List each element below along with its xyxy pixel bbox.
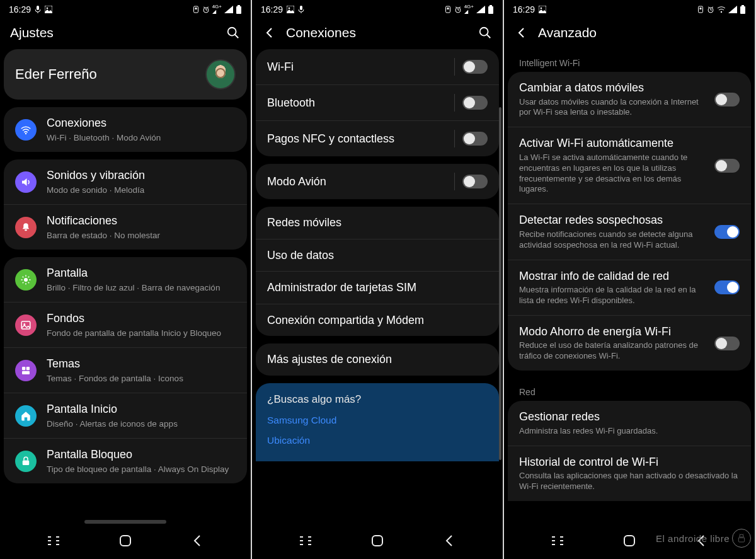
network-4g-icon: 4G+◢: [464, 4, 474, 14]
row-pantalla[interactable]: Pantalla Brillo · Filtro de luz azul · B…: [4, 257, 247, 302]
back-button[interactable]: [514, 25, 529, 40]
row-title: Mostrar info de calidad de red: [519, 269, 706, 284]
row-manage-networks[interactable]: Gestionar redes Administra las redes Wi-…: [508, 401, 751, 445]
toggle[interactable]: [714, 280, 740, 294]
svg-line-20: [28, 276, 30, 277]
nav-bar: [252, 526, 503, 559]
search-button[interactable]: [478, 25, 493, 40]
row-data-usage[interactable]: Uso de datos: [256, 239, 499, 272]
svg-line-43: [487, 35, 491, 38]
advanced-list: Intelligent Wi-Fi Cambiar a datos móvile…: [504, 49, 755, 526]
toggle-nfc[interactable]: [462, 132, 488, 146]
row-auto-wifi[interactable]: Activar Wi-Fi automáticamente La Wi-Fi s…: [508, 127, 751, 204]
dnd-icon: [444, 6, 452, 13]
dnd-icon: [697, 6, 704, 13]
row-title: Gestionar redes: [519, 410, 740, 424]
svg-point-10: [25, 132, 26, 134]
row-switch-mobile-data[interactable]: Cambiar a datos móviles Usar datos móvil…: [508, 72, 751, 127]
row-network-quality[interactable]: Mostrar info de calidad de red Muestra i…: [508, 260, 751, 315]
svg-point-8: [228, 28, 236, 36]
screen-conexiones: 16:29 4G+◢ Conexiones Wi-Fi Bluet: [252, 0, 503, 559]
row-subtitle: La Wi-Fi se activa automáticamente cuand…: [519, 153, 706, 195]
screen-avanzado: 16:29 Avanzado Intelligent Wi-Fi Cambiar…: [504, 0, 755, 559]
row-temas[interactable]: Temas Temas · Fondos de pantalla · Icono…: [4, 347, 247, 393]
nav-bar: [0, 526, 251, 559]
row-title: Temas: [47, 357, 236, 371]
nav-back[interactable]: [692, 532, 710, 550]
row-airplane[interactable]: Modo Avión: [256, 164, 499, 199]
toggle[interactable]: [714, 337, 740, 350]
row-title: Bluetooth: [267, 96, 445, 110]
search-button[interactable]: [226, 25, 241, 40]
row-more-connection[interactable]: Más ajustes de conexión: [256, 343, 499, 376]
alarm-icon: [707, 6, 714, 13]
suggestions-card: ¿Buscas algo más? Samsung Cloud Ubicació…: [256, 383, 499, 461]
svg-rect-23: [22, 367, 25, 370]
toggle[interactable]: [714, 93, 740, 107]
row-pantalla-inicio[interactable]: Pantalla Inicio Diseño · Alertas de icon…: [4, 393, 247, 438]
toggle-wifi[interactable]: [462, 60, 488, 74]
nav-recents[interactable]: [45, 532, 62, 550]
row-detect-suspicious[interactable]: Detectar redes sospechosas Recibe notifi…: [508, 204, 751, 259]
status-bar: 16:29: [504, 0, 755, 19]
svg-point-2: [47, 8, 49, 9]
sun-icon: [15, 269, 37, 291]
signal-icon: [224, 6, 233, 13]
nav-bar: [504, 526, 755, 559]
suggest-link[interactable]: Samsung Cloud: [267, 415, 488, 426]
nav-back[interactable]: [440, 532, 458, 550]
mic-icon: [298, 6, 304, 13]
connections-list: Wi-Fi Bluetooth Pagos NFC y contactless …: [252, 49, 503, 526]
row-tethering[interactable]: Conexión compartida y Módem: [256, 304, 499, 337]
row-title: Pantalla Bloqueo: [47, 447, 236, 462]
row-notificaciones[interactable]: Notificaciones Barra de estado · No mole…: [4, 204, 247, 250]
row-subtitle: Diseño · Alertas de iconos de apps: [47, 418, 236, 430]
toggle[interactable]: [714, 225, 740, 239]
svg-line-17: [23, 276, 24, 277]
nav-back[interactable]: [188, 532, 206, 550]
nav-recents[interactable]: [297, 532, 314, 550]
row-title: Historial de control de Wi-Fi: [519, 455, 740, 470]
alarm-icon: [454, 6, 462, 13]
row-wifi-powersave[interactable]: Modo Ahorro de energía Wi-Fi Reduce el u…: [508, 315, 751, 371]
avatar: [205, 59, 236, 89]
toggle-airplane[interactable]: [462, 175, 488, 188]
row-subtitle: Brillo · Filtro de luz azul · Barra de n…: [47, 282, 236, 294]
toggle[interactable]: [714, 159, 740, 173]
row-title: Cambiar a datos móviles: [519, 81, 706, 95]
nav-recents[interactable]: [549, 532, 566, 550]
suggest-link[interactable]: Ubicación: [267, 435, 488, 446]
toggle-bluetooth[interactable]: [462, 96, 488, 110]
row-conexiones[interactable]: Conexiones Wi-Fi · Bluetooth · Modo Avió…: [4, 107, 247, 152]
nav-home[interactable]: [369, 532, 386, 550]
row-mobile-networks[interactable]: Redes móviles: [256, 207, 499, 239]
screen-ajustes: 16:29 4G+◢ Ajustes Eder Ferreño: [0, 0, 251, 559]
row-subtitle: Consulta las aplicaciones que han activa…: [519, 471, 740, 492]
svg-rect-58: [742, 5, 744, 6]
row-nfc[interactable]: Pagos NFC y contactless: [256, 120, 499, 156]
row-wifi-history[interactable]: Historial de control de Wi-Fi Consulta l…: [508, 446, 751, 501]
profile-card[interactable]: Eder Ferreño: [4, 49, 247, 100]
image-icon: [539, 6, 546, 13]
row-fondos[interactable]: Fondos Fondo de pantalla de pantalla Ini…: [4, 302, 247, 347]
row-title: Administrador de tarjetas SIM: [267, 280, 488, 295]
row-title: Redes móviles: [267, 216, 488, 230]
nav-home[interactable]: [117, 532, 134, 550]
back-button[interactable]: [262, 25, 277, 40]
row-title: Pantalla Inicio: [47, 402, 236, 417]
row-sonidos[interactable]: Sonidos y vibración Modo de sonido · Mel…: [4, 159, 247, 204]
svg-point-12: [24, 278, 28, 282]
row-title: Uso de datos: [267, 248, 488, 263]
nav-home[interactable]: [621, 532, 638, 550]
svg-rect-33: [120, 536, 130, 546]
row-pantalla-bloqueo[interactable]: Pantalla Bloqueo Tipo de bloqueo de pant…: [4, 438, 247, 483]
row-wifi[interactable]: Wi-Fi: [256, 49, 499, 84]
row-sim-manager[interactable]: Administrador de tarjetas SIM: [256, 271, 499, 304]
row-title: Pagos NFC y contactless: [267, 132, 445, 146]
row-title: Más ajustes de conexión: [267, 352, 488, 367]
row-bluetooth[interactable]: Bluetooth: [256, 84, 499, 120]
scrollbar[interactable]: [499, 107, 501, 498]
svg-rect-36: [300, 6, 302, 10]
row-title: Activar Wi-Fi automáticamente: [519, 136, 706, 151]
svg-rect-25: [22, 371, 30, 374]
